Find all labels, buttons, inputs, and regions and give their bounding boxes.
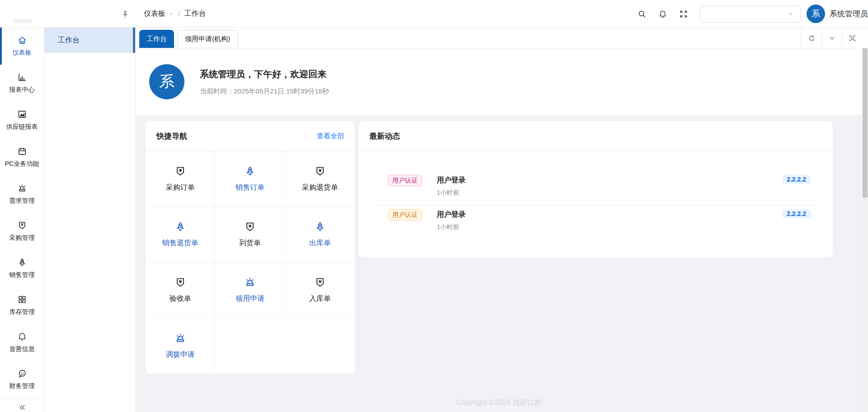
quick-nav-inbound-order[interactable]: 入库单	[285, 262, 355, 318]
sidebar-item-first-camp-info[interactable]: 首营信息	[0, 324, 44, 361]
tab-options-button[interactable]	[821, 28, 842, 48]
quick-nav-label: 采购订单	[166, 183, 195, 192]
quick-nav-label: 采购退货单	[302, 183, 338, 192]
grid-icon	[17, 295, 27, 304]
quick-nav-label: 调拨申请	[166, 350, 195, 360]
status-badge: 用户认证	[388, 209, 422, 220]
quick-nav-title: 快捷导航	[156, 131, 187, 141]
siren-icon	[175, 332, 186, 344]
refresh-icon	[808, 34, 816, 42]
user-menu[interactable]: 系 系统管理员	[807, 5, 868, 23]
breadcrumb-current: 工作台	[184, 9, 206, 19]
scrollbar-thumb[interactable]	[863, 48, 868, 197]
activity-entry[interactable]: 用户认证 用户登录 1小时前 2.2.2.2	[359, 206, 833, 239]
breadcrumb-dashboard[interactable]: 仪表板	[144, 9, 174, 19]
shield-yen-icon	[17, 220, 27, 230]
maximize-button[interactable]	[842, 28, 862, 48]
primary-sidebar: 仪表板 报表中心 供应链报表 PC业务功能 需求管理 采购管理 销售管理 库存管…	[0, 28, 44, 412]
activity-time: 1小时前	[437, 223, 466, 231]
calendar-icon	[17, 146, 27, 156]
scrollbar-track[interactable]	[862, 48, 868, 412]
home-icon	[17, 35, 27, 45]
greeting-title: 系统管理员，下午好，欢迎回来	[200, 68, 329, 80]
shield-yen-icon	[314, 165, 326, 177]
quick-nav-acceptance-order[interactable]: 验收单	[146, 262, 215, 318]
breadcrumb-separator: /	[178, 10, 180, 18]
quick-nav-purchase-return[interactable]: 采购退货单	[285, 151, 355, 207]
quick-nav-label: 销售退货单	[162, 239, 198, 248]
sidebar-item-label: 供应链报表	[6, 123, 38, 131]
chevron-down-icon	[788, 11, 794, 17]
sidebar-item-dashboard[interactable]: 仪表板	[0, 28, 44, 65]
sidebar-item-label: 首营信息	[9, 345, 35, 353]
breadcrumb: 仪表板 / 工作台	[144, 0, 206, 28]
search-icon[interactable]	[637, 9, 646, 19]
view-all-link[interactable]: 查看全部	[317, 132, 344, 140]
quick-nav-label: 到货单	[239, 239, 261, 248]
quick-nav-sales-return[interactable]: 销售退货单	[146, 207, 215, 262]
quick-nav-grid: 采购订单 销售订单 采购退货单 销售退货单 到货单	[146, 151, 355, 374]
bar-chart-icon	[17, 72, 27, 82]
dashboard-cards: 快捷导航 查看全部 采购订单 销售订单 采购退货单 销售退货单	[146, 121, 833, 374]
sidebar-item-finance[interactable]: 财务管理	[0, 361, 44, 398]
sidebar-item-report-center[interactable]: 报表中心	[0, 65, 44, 102]
bell-icon	[17, 332, 27, 342]
sidebar-item-supply-chain-report[interactable]: 供应链报表	[0, 102, 44, 139]
latest-activity-title: 最新动态	[369, 131, 400, 141]
rocket-icon	[244, 165, 256, 177]
tab-workbench[interactable]: 工作台	[139, 30, 174, 48]
topbar-actions: 系 系统管理员	[637, 0, 868, 28]
sidebar-item-inventory[interactable]: 库存管理	[0, 287, 44, 324]
quick-nav-label: 出库单	[309, 239, 331, 248]
sidebar-item-label: 需求管理	[9, 197, 35, 205]
chevron-down-icon	[828, 34, 836, 42]
quick-nav-transfer-request[interactable]: 调拨申请	[146, 318, 215, 374]
status-badge: 用户认证	[388, 175, 422, 186]
chat-icon	[17, 369, 27, 379]
quick-nav-sales-order[interactable]: 销售订单	[215, 151, 285, 207]
maximize-icon	[849, 34, 856, 42]
rocket-icon	[17, 258, 27, 267]
bell-icon[interactable]	[658, 9, 667, 19]
quick-nav-card: 快捷导航 查看全部 采购订单 销售订单 采购退货单 销售退货单	[146, 121, 355, 374]
shield-yen-icon	[175, 276, 186, 288]
activity-title: 用户登录	[437, 175, 466, 186]
area-chart-icon	[17, 109, 27, 119]
sidebar-collapse-button[interactable]	[0, 398, 44, 412]
activity-list: 用户认证 用户登录 1小时前 2.2.2.2 用户认证 用户登录 1小时前 2.…	[359, 151, 833, 239]
quick-nav-label: 验收单	[170, 294, 191, 304]
sidebar-item-label: 报表中心	[9, 86, 35, 94]
greeting-banner: 系 系统管理员，下午好，欢迎回来 当前时间：2025年05月21日 15时39分…	[136, 48, 862, 115]
secondary-sidebar: 工作台	[44, 28, 136, 412]
quick-nav-purchase-order[interactable]: 采购订单	[146, 151, 215, 207]
shield-yen-icon	[314, 276, 326, 288]
sidebar-item-demand[interactable]: 需求管理	[0, 176, 44, 213]
quick-nav-requisition[interactable]: 领用申请	[215, 262, 285, 318]
sidebar-item-pc-business[interactable]: PC业务功能	[0, 139, 44, 176]
tab-label: 领用申请(机构)	[185, 35, 230, 43]
quick-nav-label: 入库单	[309, 294, 331, 304]
activity-entry[interactable]: 用户认证 用户登录 1小时前 2.2.2.2	[359, 171, 833, 205]
sidebar-item-label: 采购管理	[9, 234, 35, 242]
avatar: 系	[149, 64, 184, 99]
pin-icon[interactable]	[120, 9, 130, 19]
subnav-item-workbench[interactable]: 工作台	[44, 28, 135, 53]
current-time: 当前时间：2025年05月21日 15时39分18秒	[200, 87, 329, 96]
sidebar-item-sales[interactable]: 销售管理	[0, 250, 44, 287]
quick-nav-arrival-order[interactable]: 到货单	[215, 207, 285, 262]
rocket-icon	[314, 221, 326, 233]
quick-nav-label: 销售订单	[236, 183, 264, 192]
org-select[interactable]	[700, 5, 801, 23]
avatar: 系	[807, 5, 825, 23]
sidebar-item-purchase[interactable]: 采购管理	[0, 213, 44, 250]
siren-icon	[17, 183, 27, 193]
tab-requisition[interactable]: 领用申请(机构)	[177, 30, 238, 48]
latest-activity-card: 最新动态 用户认证 用户登录 1小时前 2.2.2.2 用户认证 用户登录 1	[359, 121, 833, 258]
ip-tag: 2.2.2.2	[782, 175, 811, 184]
refresh-button[interactable]	[801, 28, 821, 48]
caret-down-icon	[168, 11, 174, 17]
quick-nav-outbound-order[interactable]: 出库单	[285, 207, 355, 262]
fullscreen-icon[interactable]	[679, 9, 688, 19]
sidebar-item-label: PC业务功能	[5, 160, 39, 168]
shield-yen-icon	[244, 221, 256, 233]
